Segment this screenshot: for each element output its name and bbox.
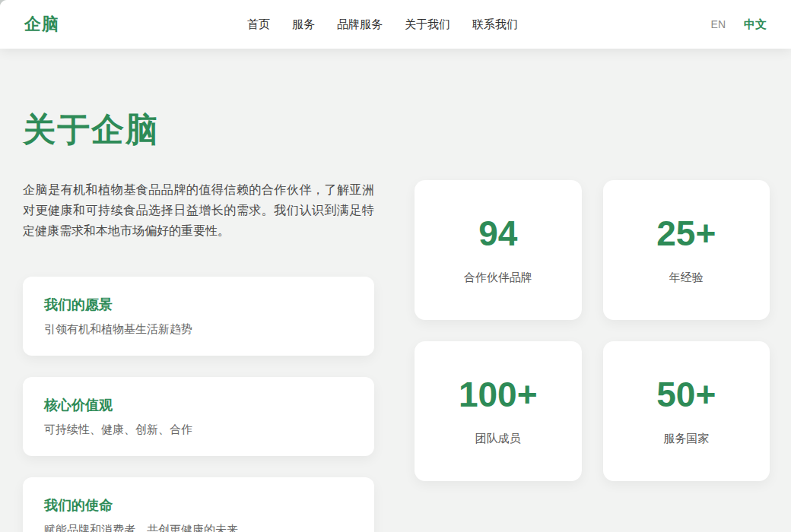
stat-value: 50+ (656, 377, 716, 412)
stat-value: 100+ (459, 377, 538, 412)
vision-card-text: 引领有机和植物基生活新趋势 (44, 322, 353, 337)
values-card-title: 核心价值观 (44, 396, 353, 414)
nav-item-services[interactable]: 服务 (292, 17, 315, 30)
stat-value: 25+ (656, 216, 716, 251)
stat-card-team-members: 100+ 团队成员 (415, 341, 582, 481)
main-nav: 首页 服务 品牌服务 关于我们 联系我们 (247, 0, 518, 49)
page: 企脑 首页 服务 品牌服务 关于我们 联系我们 EN 中文 关于企脑 企脑是有机… (0, 0, 791, 532)
nav-item-about[interactable]: 关于我们 (405, 17, 450, 30)
about-columns: 企脑是有机和植物基食品品牌的值得信赖的合作伙伴，了解亚洲对更健康和可持续食品选择… (23, 179, 768, 532)
mission-card-text: 赋能品牌和消费者，共创更健康的未来 (44, 523, 353, 532)
stat-card-years-experience: 25+ 年经验 (603, 180, 770, 320)
stat-card-countries-served: 50+ 服务国家 (603, 341, 770, 481)
nav-item-home[interactable]: 首页 (247, 17, 270, 30)
stat-label: 团队成员 (475, 432, 521, 446)
stat-label: 合作伙伴品牌 (464, 271, 532, 285)
stats-grid: 94 合作伙伴品牌 25+ 年经验 100+ 团队成员 50+ 服务国家 (415, 180, 770, 481)
lang-option-en[interactable]: EN (711, 18, 726, 30)
brand-logo[interactable]: 企脑 (24, 13, 59, 36)
values-card-text: 可持续性、健康、创新、合作 (44, 423, 353, 437)
mission-card: 我们的使命 赋能品牌和消费者，共创更健康的未来 (23, 477, 374, 532)
nav-item-contact[interactable]: 联系我们 (472, 17, 518, 30)
nav-item-brand-services[interactable]: 品牌服务 (337, 17, 383, 30)
about-left-column: 企脑是有机和植物基食品品牌的值得信赖的合作伙伴，了解亚洲对更健康和可持续食品选择… (23, 179, 374, 532)
about-right-column: 94 合作伙伴品牌 25+ 年经验 100+ 团队成员 50+ 服务国家 (415, 179, 770, 532)
values-card: 核心价值观 可持续性、健康、创新、合作 (23, 377, 374, 456)
stat-card-partner-brands: 94 合作伙伴品牌 (415, 180, 582, 320)
page-title: 关于企脑 (23, 108, 768, 152)
lang-option-zh[interactable]: 中文 (744, 17, 767, 32)
main-content: 关于企脑 企脑是有机和植物基食品品牌的值得信赖的合作伙伴，了解亚洲对更健康和可持… (0, 49, 791, 532)
about-description: 企脑是有机和植物基食品品牌的值得信赖的合作伙伴，了解亚洲对更健康和可持续食品选择… (23, 179, 374, 241)
stat-label: 年经验 (669, 271, 704, 285)
stat-value: 94 (478, 216, 517, 251)
vision-card: 我们的愿景 引领有机和植物基生活新趋势 (23, 277, 374, 356)
mission-card-title: 我们的使命 (44, 496, 353, 515)
vision-card-title: 我们的愿景 (44, 296, 353, 314)
stat-label: 服务国家 (663, 432, 709, 446)
language-switch: EN 中文 (711, 17, 767, 32)
navbar: 企脑 首页 服务 品牌服务 关于我们 联系我们 EN 中文 (0, 0, 791, 49)
